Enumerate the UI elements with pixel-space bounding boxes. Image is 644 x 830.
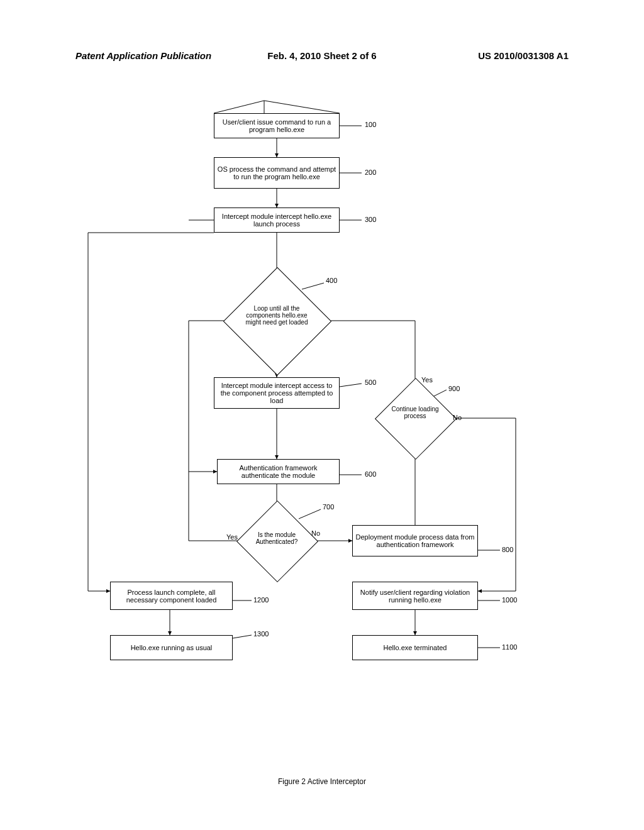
box-300-text: Intercept module intercept hello.exe lau…: [217, 213, 336, 228]
diamond-400: [223, 267, 332, 376]
edge-900-no: No: [453, 414, 462, 421]
ref-100: 100: [365, 121, 376, 128]
ref-1100: 1100: [502, 643, 517, 651]
edge-700-yes: Yes: [226, 533, 238, 541]
svg-line-20: [299, 509, 321, 519]
diamond-900: [375, 378, 457, 460]
box-1200: Process launch complete, all necessary c…: [110, 582, 233, 610]
edge-900-yes: Yes: [421, 376, 433, 384]
page-header: Patent Application Publication Feb. 4, 2…: [0, 50, 644, 61]
box-1300: Hello.exe running as usual: [110, 635, 233, 660]
box-100: User/client issue command to run a progr…: [214, 113, 340, 138]
ref-1200: 1200: [253, 596, 269, 604]
svg-line-17: [302, 283, 324, 289]
box-600: Authentication framework authenticate th…: [217, 459, 340, 484]
ref-300: 300: [365, 216, 376, 223]
box-500-text: Intercept module intercept access to the…: [217, 382, 336, 404]
box-1100: Hello.exe terminated: [352, 635, 478, 660]
box-1000-text: Notify user/client regarding violation r…: [355, 589, 475, 604]
box-200-text: OS process the command and attempt to ru…: [217, 165, 336, 180]
box-500: Intercept module intercept access to the…: [214, 377, 340, 409]
box-800-text: Deployment module process data from auth…: [355, 533, 475, 548]
box-200: OS process the command and attempt to ru…: [214, 157, 340, 189]
ref-200: 200: [365, 169, 376, 176]
header-right: US 2010/0031308 A1: [478, 50, 569, 61]
ref-700: 700: [323, 503, 334, 511]
box-600-text: Authentication framework authenticate th…: [220, 464, 336, 479]
edge-700-no: No: [311, 529, 320, 537]
ref-400: 400: [326, 277, 337, 284]
box-1200-text: Process launch complete, all necessary c…: [113, 589, 230, 604]
diamond-700: [236, 501, 318, 582]
ref-900: 900: [448, 385, 460, 392]
svg-line-26: [233, 635, 252, 638]
ref-500: 500: [365, 379, 376, 386]
header-left: Patent Application Publication: [75, 50, 211, 61]
box-1000: Notify user/client regarding violation r…: [352, 582, 478, 610]
ref-1300: 1300: [253, 630, 269, 638]
box-800: Deployment module process data from auth…: [352, 525, 478, 556]
flowchart-diagram: User/client issue command to run a progr…: [75, 88, 566, 748]
ref-800: 800: [502, 546, 513, 553]
box-1100-text: Hello.exe terminated: [384, 644, 447, 651]
ref-600: 600: [365, 470, 376, 478]
box-300: Intercept module intercept hello.exe lau…: [214, 208, 340, 233]
figure-caption: Figure 2 Active Interceptor: [0, 777, 644, 786]
box-1300-text: Hello.exe running as usual: [131, 644, 213, 651]
ref-1000: 1000: [502, 596, 517, 604]
box-100-text: User/client issue command to run a progr…: [217, 118, 336, 133]
header-center: Feb. 4, 2010 Sheet 2 of 6: [267, 50, 376, 61]
svg-line-18: [340, 384, 362, 387]
